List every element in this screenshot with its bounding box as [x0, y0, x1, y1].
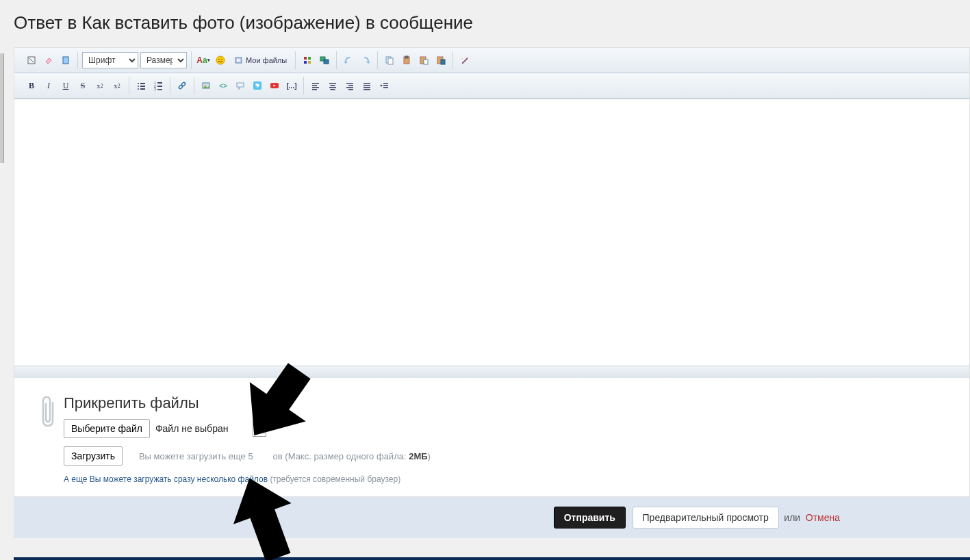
bottom-bar [14, 557, 970, 560]
svg-point-37 [181, 81, 186, 86]
partial-input[interactable]: О [253, 420, 266, 437]
italic-icon[interactable]: I [41, 78, 56, 93]
editor-wrap: Шрифт Размер Aa▾ Мои файлы [14, 48, 969, 378]
svg-rect-21 [441, 60, 445, 64]
paste-icon[interactable] [399, 53, 414, 68]
paste-word-icon[interactable] [433, 53, 448, 68]
svg-point-26 [138, 86, 139, 87]
spoiler-icon[interactable]: [...] [284, 78, 299, 93]
undo-icon[interactable] [341, 53, 356, 68]
svg-rect-45 [312, 89, 317, 90]
align-justify-icon[interactable] [359, 78, 374, 93]
svg-rect-54 [363, 83, 370, 84]
text-color-icon[interactable]: Aa▾ [196, 53, 211, 68]
paperclip-icon [39, 394, 57, 435]
svg-rect-8 [304, 57, 307, 60]
svg-rect-47 [331, 85, 335, 86]
num-list-icon[interactable]: 123 [151, 78, 166, 93]
quote-icon[interactable] [233, 78, 248, 93]
upload-info: Вы можете загрузить еще 5 ов (Макс. разм… [139, 451, 431, 461]
twitter-icon[interactable] [250, 78, 265, 93]
eraser-icon[interactable] [41, 53, 56, 68]
svg-rect-46 [329, 83, 336, 84]
svg-line-1 [29, 58, 34, 62]
preview-button[interactable]: Предварительный просмотр [633, 507, 779, 529]
special-char-icon[interactable] [300, 53, 315, 68]
svg-point-24 [138, 83, 139, 84]
svg-point-28 [138, 88, 139, 90]
svg-rect-58 [383, 83, 388, 84]
attach-title: Прикрепить файлы [64, 394, 950, 412]
paste-text-icon[interactable] [416, 53, 431, 68]
remove-format-icon[interactable] [24, 53, 39, 68]
size-select[interactable]: Размер [140, 52, 187, 68]
svg-rect-51 [348, 85, 353, 86]
font-select[interactable]: Шрифт [82, 52, 138, 68]
upload-row: Загрузить Вы можете загрузить еще 5 ов (… [64, 446, 950, 466]
upload-button[interactable]: Загрузить [64, 446, 123, 466]
attach-section: Прикрепить файлы Выберите файл Файл не в… [14, 378, 969, 496]
subscript-icon[interactable]: x2 [92, 78, 107, 93]
svg-rect-33 [157, 86, 162, 87]
svg-rect-55 [363, 85, 370, 86]
svg-rect-52 [346, 87, 353, 88]
svg-point-22 [467, 57, 468, 58]
svg-rect-44 [312, 87, 319, 88]
svg-rect-48 [329, 87, 336, 88]
translate-icon[interactable] [317, 53, 332, 68]
send-button[interactable]: Отправить [554, 507, 626, 529]
submit-bar: Отправить Предварительный просмотр или О… [14, 497, 970, 538]
svg-point-4 [218, 59, 220, 60]
svg-rect-25 [140, 83, 145, 84]
underline-icon[interactable]: U [58, 78, 73, 93]
bullet-list-icon[interactable] [133, 78, 149, 93]
youtube-icon[interactable] [267, 78, 282, 93]
svg-rect-59 [383, 85, 388, 86]
multi-upload-link[interactable]: А еще Вы можете загружать сразу нескольк… [64, 474, 400, 484]
svg-rect-29 [140, 88, 145, 90]
svg-point-36 [178, 84, 183, 89]
code-icon[interactable]: <> [216, 78, 231, 93]
link-icon[interactable] [175, 78, 190, 93]
editor-resize-handle[interactable] [14, 366, 969, 378]
page-title: Ответ в Как вставить фото (изображение) … [0, 0, 970, 47]
cancel-link[interactable]: Отмена [806, 512, 840, 523]
choose-file-button[interactable]: Выберите файл [64, 419, 150, 438]
strike-icon[interactable]: S [75, 78, 90, 93]
svg-rect-53 [348, 89, 353, 90]
svg-rect-2 [63, 57, 68, 64]
main-container: Шрифт Размер Aa▾ Мои файлы [14, 47, 970, 497]
file-input-row: Выберите файл Файл не выбран О [64, 419, 950, 438]
svg-rect-35 [157, 89, 162, 90]
align-right-icon[interactable] [342, 78, 357, 93]
svg-point-3 [216, 56, 225, 64]
svg-rect-31 [157, 82, 162, 84]
svg-rect-9 [308, 57, 311, 60]
toolbar-row-2: B I U S x2 x2 123 [14, 73, 969, 99]
svg-rect-17 [405, 56, 408, 58]
outdent-icon[interactable] [376, 78, 392, 93]
align-left-icon[interactable] [308, 78, 323, 93]
copy-icon[interactable] [382, 53, 397, 68]
svg-rect-19 [424, 60, 428, 64]
superscript-icon[interactable]: x2 [110, 78, 125, 93]
editor-textarea[interactable] [14, 99, 969, 366]
svg-rect-11 [308, 61, 311, 64]
paste-plain-icon[interactable] [58, 53, 73, 68]
image-icon[interactable] [199, 78, 214, 93]
align-center-icon[interactable] [325, 78, 340, 93]
emoji-icon[interactable] [213, 53, 228, 68]
my-files-button[interactable]: Мои файлы [230, 53, 291, 68]
magic-icon[interactable] [457, 53, 472, 68]
svg-point-39 [204, 84, 205, 86]
svg-point-23 [462, 58, 463, 58]
svg-rect-56 [363, 87, 370, 88]
svg-rect-10 [304, 61, 307, 64]
svg-rect-15 [388, 58, 393, 64]
svg-rect-43 [312, 85, 317, 86]
svg-rect-50 [346, 83, 353, 84]
svg-rect-49 [331, 89, 335, 90]
toolbar-row-1: Шрифт Размер Aa▾ Мои файлы [14, 48, 969, 73]
redo-icon[interactable] [358, 53, 373, 68]
bold-icon[interactable]: B [24, 78, 39, 93]
